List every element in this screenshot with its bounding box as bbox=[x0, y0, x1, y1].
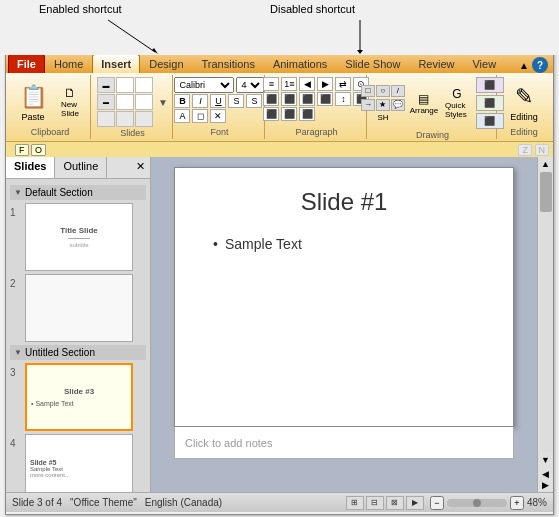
tab-insert[interactable]: Insert bbox=[92, 54, 140, 73]
tab-view[interactable]: View bbox=[463, 54, 505, 73]
tab-file[interactable]: File bbox=[8, 54, 45, 73]
paragraph-buttons: ≡ 1≡ ◀ ▶ ⇄ ⊙ ⬛ ⬛ ⬛ ⬛ ↕ ⬛ ⬛ ⬛ bbox=[263, 77, 369, 126]
numbering-button[interactable]: 1≡ bbox=[281, 77, 297, 91]
text-direction-button[interactable]: ⬛ bbox=[263, 107, 279, 121]
shape-callout[interactable]: 💬 bbox=[391, 99, 405, 111]
tab-design[interactable]: Design bbox=[140, 54, 192, 73]
scroll-down-button[interactable]: ▼ bbox=[539, 453, 552, 467]
prev-slide-button[interactable]: ◀ bbox=[542, 469, 549, 479]
slide-2-content bbox=[26, 275, 132, 341]
tab-review[interactable]: Review bbox=[409, 54, 463, 73]
bullets-button[interactable]: ≡ bbox=[263, 77, 279, 91]
section-default[interactable]: ▼ Default Section bbox=[10, 185, 146, 200]
tab-home[interactable]: Home bbox=[45, 54, 92, 73]
notes-area[interactable]: Click to add notes bbox=[174, 427, 514, 459]
help-button[interactable]: ? bbox=[532, 57, 548, 73]
editing-label: Editing bbox=[510, 126, 538, 137]
font-size-select[interactable]: 44 bbox=[236, 77, 264, 93]
layout-btn-4[interactable]: ▬ bbox=[97, 94, 115, 110]
next-slide-button[interactable]: ▶ bbox=[542, 480, 549, 490]
page-nav-buttons: ◀ ▶ bbox=[540, 467, 551, 492]
panel-close-button[interactable]: ✕ bbox=[131, 157, 150, 178]
layout-btn-2[interactable] bbox=[116, 77, 134, 93]
layout-btn-1[interactable]: ▬ bbox=[97, 77, 115, 93]
keytip-zn-group: Z N bbox=[518, 145, 549, 155]
arrange-icon: ▤ bbox=[418, 92, 429, 106]
zoom-control: − + 48% bbox=[430, 496, 547, 510]
highlight-button[interactable]: ◻ bbox=[192, 109, 208, 123]
normal-view-button[interactable]: ⊞ bbox=[346, 496, 364, 510]
font-family-select[interactable]: Calibri bbox=[174, 77, 234, 93]
slide-item-2: 2 bbox=[10, 274, 146, 342]
align-right-button[interactable]: ⬛ bbox=[299, 92, 315, 106]
shape-oval[interactable]: ○ bbox=[376, 85, 390, 97]
slide-num-1: 1 bbox=[10, 203, 22, 218]
shape-rect[interactable]: □ bbox=[361, 85, 375, 97]
layout-btn-9[interactable] bbox=[135, 111, 153, 127]
slide-thumb-1[interactable]: Title Slide subtitle bbox=[25, 203, 133, 271]
layout-btn-3[interactable] bbox=[135, 77, 153, 93]
scroll-track bbox=[540, 172, 552, 452]
slide-sorter-button[interactable]: ⊟ bbox=[366, 496, 384, 510]
editing-button[interactable]: ✎ Editing bbox=[505, 79, 543, 125]
font-color-button[interactable]: A bbox=[174, 109, 190, 123]
underline-button[interactable]: U bbox=[210, 94, 226, 108]
slide-num-4: 4 bbox=[10, 434, 22, 449]
slideshow-button[interactable]: ▶ bbox=[406, 496, 424, 510]
shape-star[interactable]: ★ bbox=[376, 99, 390, 111]
scroll-thumb[interactable] bbox=[540, 172, 552, 212]
slide-canvas[interactable]: Slide #1 Sample Text bbox=[174, 167, 514, 427]
shadow-button[interactable]: S bbox=[246, 94, 262, 108]
ribbon-collapse-button[interactable]: ▲ bbox=[519, 60, 529, 71]
strikethrough-button[interactable]: S bbox=[228, 94, 244, 108]
shape-arr[interactable]: → bbox=[361, 99, 375, 111]
indent-dec-button[interactable]: ◀ bbox=[299, 77, 315, 91]
spacing-button[interactable]: ↕ bbox=[335, 92, 351, 106]
align-left-button[interactable]: ⬛ bbox=[263, 92, 279, 106]
tab-animations[interactable]: Animations bbox=[264, 54, 336, 73]
slide-thumb-2[interactable] bbox=[25, 274, 133, 342]
quick-styles-button[interactable]: G Quick Styles bbox=[443, 89, 471, 117]
zoom-slider[interactable] bbox=[447, 499, 507, 507]
layout-btn-5[interactable] bbox=[116, 94, 134, 110]
slide-title: Slide #1 bbox=[205, 188, 483, 216]
slide-4-content: Slide #5 Sample Text more content... bbox=[26, 455, 132, 482]
arrange-button[interactable]: ▤ Arrange bbox=[408, 89, 440, 117]
paste-button[interactable]: 📋 Paste bbox=[14, 79, 52, 125]
slide-thumb-3[interactable]: Slide #3 • Sample Text bbox=[25, 363, 133, 431]
zoom-out-button[interactable]: − bbox=[430, 496, 444, 510]
scroll-up-button[interactable]: ▲ bbox=[539, 157, 552, 171]
main-content: Slide #1 Sample Text Click to add notes … bbox=[151, 157, 553, 492]
ribbon-group-font: Calibri 44 B I U S S A ◻ ✕ bbox=[175, 75, 265, 139]
right-scrollbar[interactable]: ▲ ▼ ◀ ▶ bbox=[537, 157, 553, 492]
justify-button[interactable]: ⬛ bbox=[317, 92, 333, 106]
section-untitled[interactable]: ▼ Untitled Section bbox=[10, 345, 146, 360]
ribbon-group-editing: ✎ Editing Editing bbox=[499, 75, 549, 139]
new-slide-button[interactable]: 🗋 NewSlide bbox=[54, 88, 86, 116]
direction-button[interactable]: ⇄ bbox=[335, 77, 351, 91]
layout-btn-6[interactable] bbox=[135, 94, 153, 110]
italic-button[interactable]: I bbox=[192, 94, 208, 108]
slides-expand[interactable]: ▼ bbox=[158, 97, 168, 108]
align-text-button[interactable]: ⬛ bbox=[281, 107, 297, 121]
shape-line[interactable]: / bbox=[391, 85, 405, 97]
slides-label: Slides bbox=[120, 127, 145, 138]
layout-btn-8[interactable] bbox=[116, 111, 134, 127]
editing-buttons: ✎ Editing bbox=[505, 77, 543, 126]
convert-button[interactable]: ⬛ bbox=[299, 107, 315, 121]
layout-btn-7[interactable] bbox=[97, 111, 115, 127]
indent-inc-button[interactable]: ▶ bbox=[317, 77, 333, 91]
zoom-in-button[interactable]: + bbox=[510, 496, 524, 510]
tab-slideshow[interactable]: Slide Show bbox=[336, 54, 409, 73]
clear-format-button[interactable]: ✕ bbox=[210, 109, 226, 123]
reading-view-button[interactable]: ⊠ bbox=[386, 496, 404, 510]
ribbon-group-drawing: □ ○ / → ★ 💬 SH ▤ Arrange G bbox=[369, 75, 497, 139]
shapes-label[interactable]: SH bbox=[361, 113, 405, 122]
zoom-level[interactable]: 48% bbox=[527, 497, 547, 508]
tab-transitions[interactable]: Transitions bbox=[193, 54, 264, 73]
bold-button[interactable]: B bbox=[174, 94, 190, 108]
slide-thumb-4[interactable]: Slide #5 Sample Text more content... bbox=[25, 434, 133, 492]
align-center-button[interactable]: ⬛ bbox=[281, 92, 297, 106]
slides-tab[interactable]: Slides bbox=[6, 157, 55, 178]
outline-tab[interactable]: Outline bbox=[55, 157, 107, 178]
